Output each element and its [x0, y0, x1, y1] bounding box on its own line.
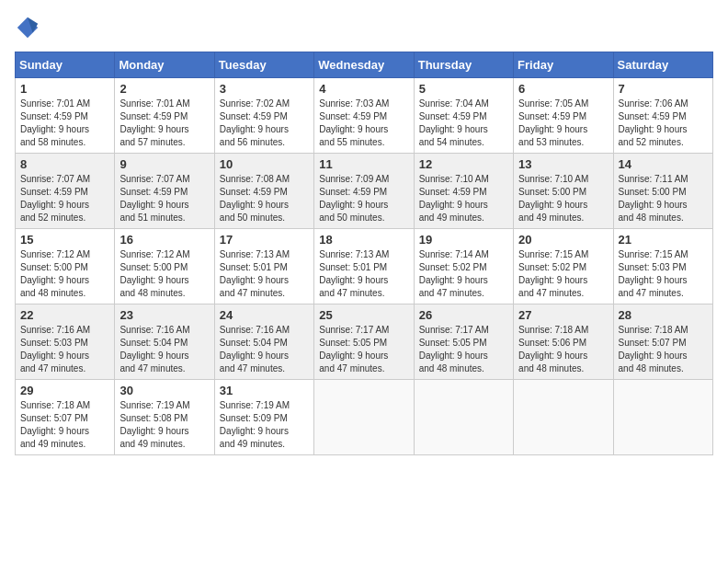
- day-number: 20: [518, 233, 608, 247]
- day-number: 30: [119, 384, 209, 397]
- day-info: Sunrise: 7:16 AMSunset: 5:04 PMDaylight:…: [220, 324, 309, 375]
- day-info: Sunrise: 7:10 AMSunset: 4:59 PMDaylight:…: [419, 173, 508, 224]
- calendar-body: 1Sunrise: 7:01 AMSunset: 4:59 PMDaylight…: [16, 78, 713, 455]
- calendar-cell: 13Sunrise: 7:10 AMSunset: 5:00 PMDayligh…: [514, 154, 613, 229]
- calendar-cell: 15Sunrise: 7:12 AMSunset: 5:00 PMDayligh…: [16, 229, 115, 304]
- day-info: Sunrise: 7:17 AMSunset: 5:05 PMDaylight:…: [419, 324, 508, 375]
- day-info: Sunrise: 7:18 AMSunset: 5:07 PMDaylight:…: [619, 324, 708, 375]
- calendar-cell: 23Sunrise: 7:16 AMSunset: 5:04 PMDayligh…: [115, 304, 214, 380]
- day-info: Sunrise: 7:18 AMSunset: 5:07 PMDaylight:…: [20, 399, 109, 451]
- weekday-header-thursday: Thursday: [414, 52, 513, 78]
- day-number: 17: [220, 233, 309, 247]
- calendar-cell: 7Sunrise: 7:06 AMSunset: 4:59 PMDaylight…: [613, 78, 712, 154]
- day-number: 9: [119, 157, 209, 171]
- calendar-cell: 21Sunrise: 7:15 AMSunset: 5:03 PMDayligh…: [613, 229, 712, 304]
- day-number: 18: [319, 233, 408, 247]
- page-header: [15, 15, 713, 40]
- calendar-cell: 4Sunrise: 7:03 AMSunset: 4:59 PMDaylight…: [314, 78, 414, 154]
- day-info: Sunrise: 7:16 AMSunset: 5:04 PMDaylight:…: [119, 324, 209, 375]
- calendar-cell: [613, 380, 712, 455]
- day-info: Sunrise: 7:01 AMSunset: 4:59 PMDaylight:…: [119, 98, 209, 149]
- day-number: 4: [319, 82, 408, 96]
- calendar-cell: 6Sunrise: 7:05 AMSunset: 4:59 PMDaylight…: [514, 78, 613, 154]
- calendar-cell: 3Sunrise: 7:02 AMSunset: 4:59 PMDaylight…: [214, 78, 313, 154]
- day-info: Sunrise: 7:03 AMSunset: 4:59 PMDaylight:…: [319, 98, 408, 149]
- day-number: 6: [518, 82, 608, 96]
- day-number: 1: [20, 82, 109, 96]
- day-number: 2: [119, 82, 209, 96]
- calendar-cell: 12Sunrise: 7:10 AMSunset: 4:59 PMDayligh…: [414, 154, 513, 229]
- day-info: Sunrise: 7:10 AMSunset: 5:00 PMDaylight:…: [518, 173, 608, 224]
- weekday-header-row: SundayMondayTuesdayWednesdayThursdayFrid…: [16, 52, 713, 78]
- weekday-header-tuesday: Tuesday: [214, 52, 313, 78]
- day-info: Sunrise: 7:19 AMSunset: 5:08 PMDaylight:…: [119, 399, 209, 451]
- calendar-table: SundayMondayTuesdayWednesdayThursdayFrid…: [15, 52, 713, 455]
- calendar-cell: 29Sunrise: 7:18 AMSunset: 5:07 PMDayligh…: [16, 380, 115, 455]
- calendar-cell: 27Sunrise: 7:18 AMSunset: 5:06 PMDayligh…: [514, 304, 613, 380]
- day-info: Sunrise: 7:17 AMSunset: 5:05 PMDaylight:…: [319, 324, 408, 375]
- weekday-header-monday: Monday: [115, 52, 214, 78]
- day-info: Sunrise: 7:13 AMSunset: 5:01 PMDaylight:…: [319, 248, 408, 300]
- day-info: Sunrise: 7:18 AMSunset: 5:06 PMDaylight:…: [518, 324, 608, 375]
- day-number: 14: [619, 157, 708, 171]
- day-info: Sunrise: 7:02 AMSunset: 4:59 PMDaylight:…: [220, 98, 309, 149]
- day-number: 21: [619, 233, 708, 247]
- day-number: 12: [419, 157, 508, 171]
- day-info: Sunrise: 7:13 AMSunset: 5:01 PMDaylight:…: [220, 248, 309, 300]
- calendar-week-2: 8Sunrise: 7:07 AMSunset: 4:59 PMDaylight…: [16, 154, 713, 229]
- calendar-week-1: 1Sunrise: 7:01 AMSunset: 4:59 PMDaylight…: [16, 78, 713, 154]
- day-info: Sunrise: 7:11 AMSunset: 5:00 PMDaylight:…: [619, 173, 708, 224]
- calendar-cell: 28Sunrise: 7:18 AMSunset: 5:07 PMDayligh…: [613, 304, 712, 380]
- calendar-header: SundayMondayTuesdayWednesdayThursdayFrid…: [16, 52, 713, 78]
- day-number: 22: [20, 308, 109, 322]
- calendar-cell: 9Sunrise: 7:07 AMSunset: 4:59 PMDaylight…: [115, 154, 214, 229]
- weekday-header-wednesday: Wednesday: [314, 52, 414, 78]
- day-number: 11: [319, 157, 408, 171]
- calendar-cell: 31Sunrise: 7:19 AMSunset: 5:09 PMDayligh…: [214, 380, 313, 455]
- day-info: Sunrise: 7:04 AMSunset: 4:59 PMDaylight:…: [419, 98, 508, 149]
- calendar-cell: 8Sunrise: 7:07 AMSunset: 4:59 PMDaylight…: [16, 154, 115, 229]
- calendar-cell: 17Sunrise: 7:13 AMSunset: 5:01 PMDayligh…: [214, 229, 313, 304]
- day-number: 10: [220, 157, 309, 171]
- weekday-header-friday: Friday: [514, 52, 613, 78]
- day-info: Sunrise: 7:16 AMSunset: 5:03 PMDaylight:…: [20, 324, 109, 375]
- calendar-cell: 25Sunrise: 7:17 AMSunset: 5:05 PMDayligh…: [314, 304, 414, 380]
- day-info: Sunrise: 7:09 AMSunset: 4:59 PMDaylight:…: [319, 173, 408, 224]
- day-number: 29: [20, 384, 109, 397]
- day-number: 13: [518, 157, 608, 171]
- day-number: 23: [119, 308, 209, 322]
- day-number: 5: [419, 82, 508, 96]
- calendar-cell: 5Sunrise: 7:04 AMSunset: 4:59 PMDaylight…: [414, 78, 513, 154]
- day-number: 27: [518, 308, 608, 322]
- calendar-cell: 22Sunrise: 7:16 AMSunset: 5:03 PMDayligh…: [16, 304, 115, 380]
- day-info: Sunrise: 7:08 AMSunset: 4:59 PMDaylight:…: [220, 173, 309, 224]
- day-info: Sunrise: 7:14 AMSunset: 5:02 PMDaylight:…: [419, 248, 508, 300]
- calendar-week-3: 15Sunrise: 7:12 AMSunset: 5:00 PMDayligh…: [16, 229, 713, 304]
- day-info: Sunrise: 7:12 AMSunset: 5:00 PMDaylight:…: [20, 248, 109, 300]
- day-info: Sunrise: 7:07 AMSunset: 4:59 PMDaylight:…: [119, 173, 209, 224]
- day-number: 31: [220, 384, 309, 397]
- day-info: Sunrise: 7:12 AMSunset: 5:00 PMDaylight:…: [119, 248, 209, 300]
- calendar-cell: 14Sunrise: 7:11 AMSunset: 5:00 PMDayligh…: [613, 154, 712, 229]
- calendar-week-5: 29Sunrise: 7:18 AMSunset: 5:07 PMDayligh…: [16, 380, 713, 455]
- calendar-cell: 24Sunrise: 7:16 AMSunset: 5:04 PMDayligh…: [214, 304, 313, 380]
- calendar-week-4: 22Sunrise: 7:16 AMSunset: 5:03 PMDayligh…: [16, 304, 713, 380]
- calendar-cell: 19Sunrise: 7:14 AMSunset: 5:02 PMDayligh…: [414, 229, 513, 304]
- weekday-header-saturday: Saturday: [613, 52, 712, 78]
- calendar-cell: 10Sunrise: 7:08 AMSunset: 4:59 PMDayligh…: [214, 154, 313, 229]
- day-info: Sunrise: 7:15 AMSunset: 5:03 PMDaylight:…: [619, 248, 708, 300]
- day-number: 19: [419, 233, 508, 247]
- calendar-cell: 2Sunrise: 7:01 AMSunset: 4:59 PMDaylight…: [115, 78, 214, 154]
- day-info: Sunrise: 7:07 AMSunset: 4:59 PMDaylight:…: [20, 173, 109, 224]
- day-info: Sunrise: 7:19 AMSunset: 5:09 PMDaylight:…: [220, 399, 309, 451]
- calendar-cell: [514, 380, 613, 455]
- calendar-cell: 30Sunrise: 7:19 AMSunset: 5:08 PMDayligh…: [115, 380, 214, 455]
- day-number: 16: [119, 233, 209, 247]
- day-number: 26: [419, 308, 508, 322]
- calendar-cell: 26Sunrise: 7:17 AMSunset: 5:05 PMDayligh…: [414, 304, 513, 380]
- calendar-cell: 16Sunrise: 7:12 AMSunset: 5:00 PMDayligh…: [115, 229, 214, 304]
- calendar-cell: 20Sunrise: 7:15 AMSunset: 5:02 PMDayligh…: [514, 229, 613, 304]
- day-number: 28: [619, 308, 708, 322]
- day-info: Sunrise: 7:01 AMSunset: 4:59 PMDaylight:…: [20, 98, 109, 149]
- day-number: 8: [20, 157, 109, 171]
